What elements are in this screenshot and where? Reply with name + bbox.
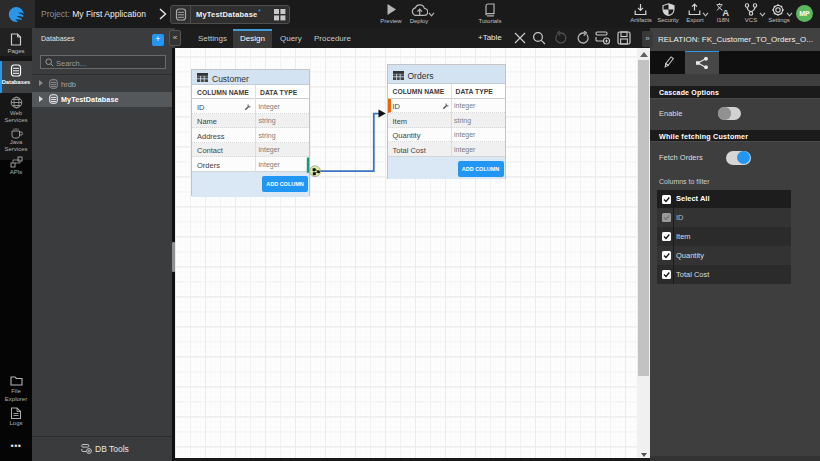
- svg-text:A: A: [722, 7, 729, 17]
